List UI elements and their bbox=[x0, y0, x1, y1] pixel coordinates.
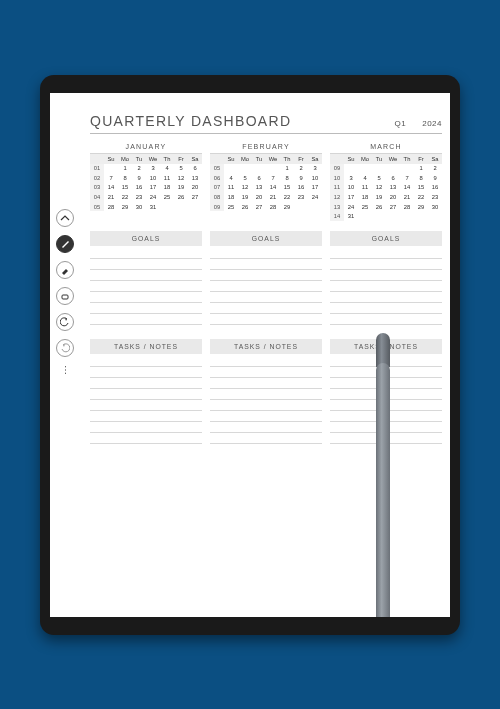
writing-line[interactable] bbox=[210, 270, 322, 281]
tasks-lines[interactable] bbox=[210, 356, 322, 444]
day-cell[interactable]: · bbox=[224, 164, 238, 174]
day-cell[interactable]: 30 bbox=[132, 202, 146, 212]
day-cell[interactable]: 3 bbox=[146, 164, 160, 174]
day-cell[interactable]: · bbox=[344, 164, 358, 174]
writing-line[interactable] bbox=[330, 367, 442, 378]
day-cell[interactable]: 6 bbox=[188, 164, 202, 174]
day-cell[interactable]: 28 bbox=[266, 202, 280, 212]
day-cell[interactable]: 16 bbox=[294, 183, 308, 193]
day-cell[interactable]: 1 bbox=[118, 164, 132, 174]
day-cell[interactable]: 26 bbox=[174, 192, 188, 202]
day-cell[interactable]: 3 bbox=[308, 164, 322, 174]
day-cell[interactable]: 12 bbox=[238, 183, 252, 193]
writing-line[interactable] bbox=[210, 303, 322, 314]
writing-line[interactable] bbox=[90, 400, 202, 411]
day-cell[interactable]: 22 bbox=[414, 192, 428, 202]
day-cell[interactable]: 27 bbox=[386, 202, 400, 212]
day-cell[interactable]: 23 bbox=[294, 192, 308, 202]
day-cell[interactable]: 5 bbox=[174, 164, 188, 174]
writing-line[interactable] bbox=[210, 259, 322, 270]
day-cell[interactable]: 21 bbox=[400, 192, 414, 202]
day-cell[interactable]: 3 bbox=[344, 173, 358, 183]
day-cell[interactable]: 2 bbox=[132, 164, 146, 174]
day-cell[interactable]: 28 bbox=[104, 202, 118, 212]
eraser-icon[interactable] bbox=[56, 287, 74, 305]
day-cell[interactable]: 28 bbox=[400, 202, 414, 212]
day-cell[interactable]: 15 bbox=[280, 183, 294, 193]
day-cell[interactable]: 1 bbox=[414, 164, 428, 174]
redo-icon[interactable] bbox=[56, 339, 74, 357]
day-cell[interactable]: · bbox=[428, 211, 442, 221]
writing-line[interactable] bbox=[210, 281, 322, 292]
day-cell[interactable]: 9 bbox=[294, 173, 308, 183]
day-cell[interactable]: · bbox=[294, 202, 308, 212]
writing-line[interactable] bbox=[330, 314, 442, 325]
day-cell[interactable]: 18 bbox=[358, 192, 372, 202]
day-cell[interactable]: 25 bbox=[160, 192, 174, 202]
more-icon[interactable]: ⋯ bbox=[60, 365, 71, 376]
day-cell[interactable]: 17 bbox=[308, 183, 322, 193]
day-cell[interactable]: 5 bbox=[238, 173, 252, 183]
day-cell[interactable]: 7 bbox=[400, 173, 414, 183]
collapse-icon[interactable] bbox=[56, 209, 74, 227]
day-cell[interactable]: · bbox=[308, 202, 322, 212]
writing-line[interactable] bbox=[90, 314, 202, 325]
day-cell[interactable]: 15 bbox=[414, 183, 428, 193]
writing-line[interactable] bbox=[90, 356, 202, 367]
day-cell[interactable]: 13 bbox=[188, 173, 202, 183]
day-cell[interactable]: 31 bbox=[344, 211, 358, 221]
writing-line[interactable] bbox=[90, 248, 202, 259]
writing-line[interactable] bbox=[330, 378, 442, 389]
tasks-lines[interactable] bbox=[90, 356, 202, 444]
writing-line[interactable] bbox=[90, 422, 202, 433]
writing-line[interactable] bbox=[90, 389, 202, 400]
day-cell[interactable]: 23 bbox=[132, 192, 146, 202]
writing-line[interactable] bbox=[210, 248, 322, 259]
writing-line[interactable] bbox=[330, 281, 442, 292]
day-cell[interactable]: 8 bbox=[280, 173, 294, 183]
writing-line[interactable] bbox=[210, 422, 322, 433]
writing-line[interactable] bbox=[330, 248, 442, 259]
day-cell[interactable]: 14 bbox=[104, 183, 118, 193]
day-cell[interactable]: 8 bbox=[414, 173, 428, 183]
day-cell[interactable]: · bbox=[252, 164, 266, 174]
day-cell[interactable]: 1 bbox=[280, 164, 294, 174]
writing-line[interactable] bbox=[90, 281, 202, 292]
day-cell[interactable]: · bbox=[358, 164, 372, 174]
day-cell[interactable]: 15 bbox=[118, 183, 132, 193]
day-cell[interactable]: · bbox=[372, 211, 386, 221]
day-cell[interactable]: 23 bbox=[428, 192, 442, 202]
writing-line[interactable] bbox=[330, 270, 442, 281]
day-cell[interactable]: · bbox=[104, 164, 118, 174]
day-cell[interactable]: 11 bbox=[358, 183, 372, 193]
writing-line[interactable] bbox=[210, 314, 322, 325]
day-cell[interactable]: 12 bbox=[174, 173, 188, 183]
writing-line[interactable] bbox=[330, 292, 442, 303]
day-cell[interactable]: 11 bbox=[160, 173, 174, 183]
goals-lines[interactable] bbox=[210, 248, 322, 325]
writing-line[interactable] bbox=[90, 270, 202, 281]
day-cell[interactable]: 18 bbox=[160, 183, 174, 193]
pen-icon[interactable] bbox=[56, 235, 74, 253]
writing-line[interactable] bbox=[90, 292, 202, 303]
day-cell[interactable]: 10 bbox=[308, 173, 322, 183]
day-cell[interactable]: 9 bbox=[132, 173, 146, 183]
goals-lines[interactable] bbox=[90, 248, 202, 325]
highlighter-icon[interactable] bbox=[56, 261, 74, 279]
tasks-lines[interactable] bbox=[330, 356, 442, 444]
writing-line[interactable] bbox=[90, 378, 202, 389]
day-cell[interactable]: 8 bbox=[118, 173, 132, 183]
day-cell[interactable]: 29 bbox=[118, 202, 132, 212]
day-cell[interactable]: 4 bbox=[160, 164, 174, 174]
day-cell[interactable]: · bbox=[386, 211, 400, 221]
writing-line[interactable] bbox=[210, 433, 322, 444]
day-cell[interactable]: 14 bbox=[266, 183, 280, 193]
day-cell[interactable]: 17 bbox=[344, 192, 358, 202]
day-cell[interactable]: 6 bbox=[386, 173, 400, 183]
day-cell[interactable]: 18 bbox=[224, 192, 238, 202]
day-cell[interactable]: 27 bbox=[252, 202, 266, 212]
day-cell[interactable]: 10 bbox=[146, 173, 160, 183]
writing-line[interactable] bbox=[210, 367, 322, 378]
day-cell[interactable]: 30 bbox=[428, 202, 442, 212]
day-cell[interactable]: · bbox=[160, 202, 174, 212]
